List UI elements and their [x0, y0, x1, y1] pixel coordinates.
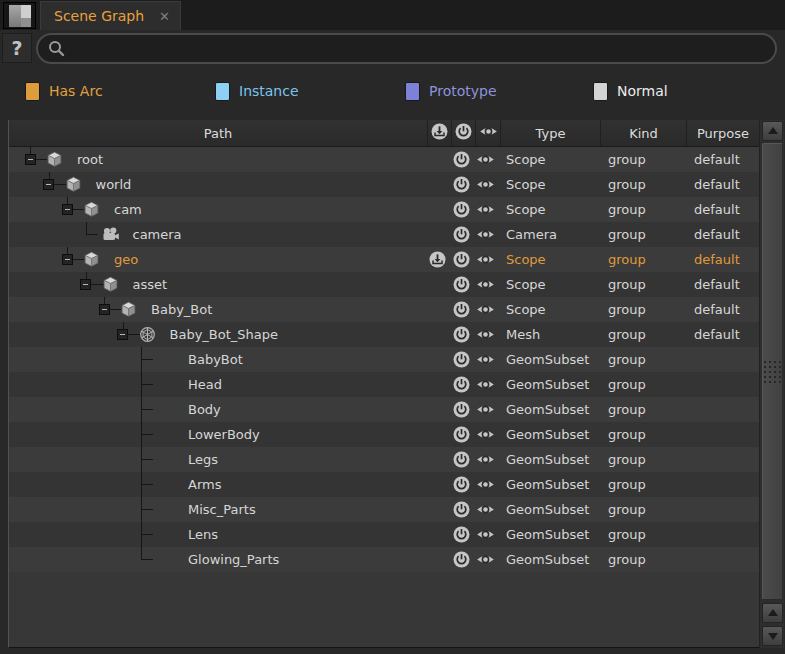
activation-icon[interactable] — [453, 426, 470, 443]
visibility-icon[interactable] — [476, 301, 493, 318]
activation-icon[interactable] — [453, 551, 470, 568]
search-box[interactable] — [36, 33, 777, 64]
scroll-up-button-bottom[interactable] — [762, 603, 783, 623]
expander-toggle[interactable] — [62, 254, 73, 265]
column-header-kind[interactable]: Kind — [601, 120, 687, 146]
search-input[interactable] — [66, 41, 775, 56]
visibility-icon[interactable] — [476, 201, 493, 218]
scrollbar-thumb[interactable] — [762, 143, 783, 600]
pane-menu-button[interactable] — [3, 2, 36, 29]
table-row[interactable]: camScopegroupdefault — [9, 197, 760, 222]
table-row[interactable]: BodyGeomSubsetgroup — [9, 397, 760, 422]
arrow-up-icon — [768, 127, 778, 134]
load-icon[interactable] — [429, 251, 446, 268]
visibility-icon[interactable] — [476, 176, 493, 193]
table-row[interactable]: BabyBotGeomSubsetgroup — [9, 347, 760, 372]
table-row[interactable]: Baby_BotScopegroupdefault — [9, 297, 760, 322]
visibility-icon[interactable] — [476, 251, 493, 268]
prim-name: Glowing_Parts — [188, 552, 279, 567]
visibility-icon[interactable] — [476, 476, 493, 493]
activation-icon[interactable] — [453, 251, 470, 268]
activation-icon[interactable] — [453, 501, 470, 518]
activation-icon[interactable] — [453, 351, 470, 368]
activation-icon[interactable] — [453, 201, 470, 218]
table-row[interactable]: ArmsGeomSubsetgroup — [9, 472, 760, 497]
table-row[interactable]: rootScopegroupdefault — [9, 147, 760, 172]
type-cell: Mesh — [506, 327, 540, 342]
visibility-icon[interactable] — [476, 151, 493, 168]
arrow-up-icon — [768, 609, 778, 616]
activation-icon[interactable] — [453, 326, 470, 343]
legend-item-normal: Normal — [593, 74, 668, 108]
type-cell: GeomSubset — [506, 477, 589, 492]
column-header-activation[interactable] — [452, 120, 476, 146]
type-cell: Scope — [506, 202, 546, 217]
table-row[interactable]: worldScopegroupdefault — [9, 172, 760, 197]
visibility-icon[interactable] — [476, 351, 493, 368]
column-header-type[interactable]: Type — [501, 120, 601, 146]
type-cell: GeomSubset — [506, 452, 589, 467]
tab-close-icon[interactable]: ✕ — [159, 9, 170, 24]
visibility-icon[interactable] — [476, 526, 493, 543]
expander-toggle[interactable] — [62, 204, 73, 215]
column-header-purpose[interactable]: Purpose — [687, 120, 759, 146]
column-header-path[interactable]: Path — [9, 120, 428, 146]
activation-icon[interactable] — [453, 401, 470, 418]
table-row[interactable]: geoScopegroupdefault — [9, 247, 760, 272]
search-row: ? — [0, 30, 785, 68]
visibility-icon[interactable] — [476, 551, 493, 568]
table-row[interactable]: LegsGeomSubsetgroup — [9, 447, 760, 472]
table-row[interactable]: Baby_Bot_ShapeMeshgroupdefault — [9, 322, 760, 347]
activation-icon[interactable] — [453, 301, 470, 318]
tab-scene-graph[interactable]: Scene Graph ✕ — [40, 1, 181, 30]
help-button[interactable]: ? — [2, 33, 32, 63]
table-row[interactable]: Misc_PartsGeomSubsetgroup — [9, 497, 760, 522]
activation-icon[interactable] — [453, 476, 470, 493]
visibility-icon[interactable] — [476, 401, 493, 418]
arrow-down-icon — [768, 633, 778, 640]
activation-icon[interactable] — [453, 451, 470, 468]
legend: Has Arc Instance Prototype Normal — [0, 74, 785, 108]
type-cell: Scope — [506, 152, 546, 167]
tree-connector — [141, 484, 153, 485]
visibility-icon[interactable] — [476, 326, 493, 343]
tree-connector — [141, 384, 153, 385]
expander-toggle[interactable] — [117, 329, 128, 340]
visibility-icon[interactable] — [476, 226, 493, 243]
expander-toggle[interactable] — [43, 179, 54, 190]
visibility-icon[interactable] — [476, 451, 493, 468]
activation-icon[interactable] — [453, 176, 470, 193]
tree-connector — [86, 234, 98, 235]
legend-label: Normal — [617, 83, 668, 99]
expander-toggle[interactable] — [25, 154, 36, 165]
tree-connector — [141, 359, 153, 360]
table-row[interactable]: cameraCameragroupdefault — [9, 222, 760, 247]
activation-icon[interactable] — [453, 226, 470, 243]
activation-icon[interactable] — [453, 151, 470, 168]
column-header-visibility[interactable] — [476, 120, 501, 146]
legend-item-prototype: Prototype — [405, 74, 497, 108]
table-row[interactable]: LowerBodyGeomSubsetgroup — [9, 422, 760, 447]
table-row[interactable]: Glowing_PartsGeomSubsetgroup — [9, 547, 760, 572]
visibility-icon[interactable] — [476, 501, 493, 518]
tree-connector — [49, 172, 50, 179]
prim-name: Arms — [188, 477, 221, 492]
scroll-up-button[interactable] — [762, 121, 783, 141]
table-row[interactable]: HeadGeomSubsetgroup — [9, 372, 760, 397]
activation-icon[interactable] — [453, 526, 470, 543]
activation-icon[interactable] — [453, 376, 470, 393]
table-row[interactable]: assetScopegroupdefault — [9, 272, 760, 297]
table-row[interactable]: LensGeomSubsetgroup — [9, 522, 760, 547]
expander-toggle[interactable] — [99, 304, 110, 315]
visibility-icon[interactable] — [476, 426, 493, 443]
tree-connector — [104, 297, 105, 304]
activation-icon[interactable] — [453, 276, 470, 293]
scroll-down-button[interactable] — [762, 626, 783, 646]
vertical-scrollbar[interactable] — [759, 120, 784, 648]
legend-item-instance: Instance — [215, 74, 299, 108]
expander-toggle[interactable] — [80, 279, 91, 290]
visibility-icon[interactable] — [476, 376, 493, 393]
visibility-icon[interactable] — [476, 276, 493, 293]
tree-connector — [141, 559, 153, 560]
column-header-load[interactable] — [428, 120, 452, 146]
